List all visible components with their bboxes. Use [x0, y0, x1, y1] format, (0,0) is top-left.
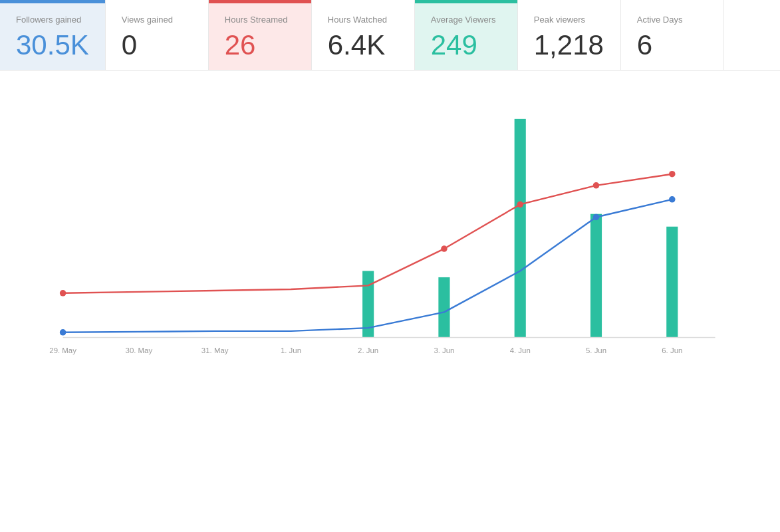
red-dot-1 — [60, 290, 66, 297]
stat-label-hours-watched: Hours Watched — [328, 15, 398, 25]
stats-bar: Followers gained30.5KViews gained0Hours … — [0, 0, 780, 70]
blue-dot-3 — [669, 196, 676, 203]
xlabel-5jun: 5. Jun — [586, 346, 606, 354]
stat-card-followers-gained: Followers gained30.5K — [0, 0, 106, 70]
stat-label-views-gained: Views gained — [122, 15, 192, 25]
xlabel-3jun: 3. Jun — [434, 346, 454, 354]
stat-value-average-viewers: 249 — [431, 31, 501, 59]
blue-dot-2 — [593, 214, 600, 221]
red-dot-2 — [441, 245, 448, 252]
xlabel-1jun: 1. Jun — [281, 346, 301, 354]
stat-value-views-gained: 0 — [122, 31, 192, 59]
stat-card-hours-streamed: Hours Streamed26 — [209, 0, 312, 70]
stat-card-hours-watched: Hours Watched6.4K — [312, 0, 415, 70]
stat-card-average-viewers: Average Viewers249 — [415, 0, 518, 70]
chart-svg: 29. May 30. May 31. May 1. Jun 2. Jun 3.… — [27, 90, 753, 356]
bar-4jun — [515, 119, 526, 338]
bar-5jun — [590, 214, 602, 338]
stat-accent-bar-average-viewers — [415, 0, 517, 3]
xlabel-31may: 31. May — [201, 346, 229, 354]
xlabel-6jun: 6. Jun — [662, 346, 682, 354]
stat-card-peak-viewers: Peak viewers1,218 — [518, 0, 621, 70]
stat-value-hours-streamed: 26 — [225, 31, 295, 59]
blue-dot-1 — [60, 329, 66, 336]
stat-label-followers-gained: Followers gained — [16, 15, 89, 25]
xlabel-4jun: 4. Jun — [510, 346, 531, 354]
xlabel-2jun: 2. Jun — [358, 346, 378, 354]
stat-card-active-days: Active Days6 — [621, 0, 724, 70]
stat-value-hours-watched: 6.4K — [328, 31, 398, 59]
red-dot-3 — [517, 201, 523, 208]
xlabel-29may: 29. May — [49, 346, 76, 354]
stat-value-peak-viewers: 1,218 — [534, 31, 604, 59]
bar-6jun — [666, 227, 678, 338]
stat-label-hours-streamed: Hours Streamed — [225, 15, 295, 25]
chart-area: 29. May 30. May 31. May 1. Jun 2. Jun 3.… — [0, 70, 780, 396]
stat-card-views-gained: Views gained0 — [106, 0, 209, 70]
stat-accent-bar-followers-gained — [0, 0, 105, 3]
stat-label-average-viewers: Average Viewers — [431, 15, 501, 25]
xlabel-30may: 30. May — [126, 346, 153, 354]
stat-label-active-days: Active Days — [637, 15, 708, 25]
red-dot-5 — [669, 171, 676, 178]
stat-value-followers-gained: 30.5K — [16, 31, 89, 59]
red-dot-4 — [593, 182, 600, 189]
stat-accent-bar-hours-streamed — [209, 0, 311, 3]
stat-value-active-days: 6 — [637, 31, 708, 59]
bar-3jun — [438, 277, 450, 337]
stat-label-peak-viewers: Peak viewers — [534, 15, 604, 25]
